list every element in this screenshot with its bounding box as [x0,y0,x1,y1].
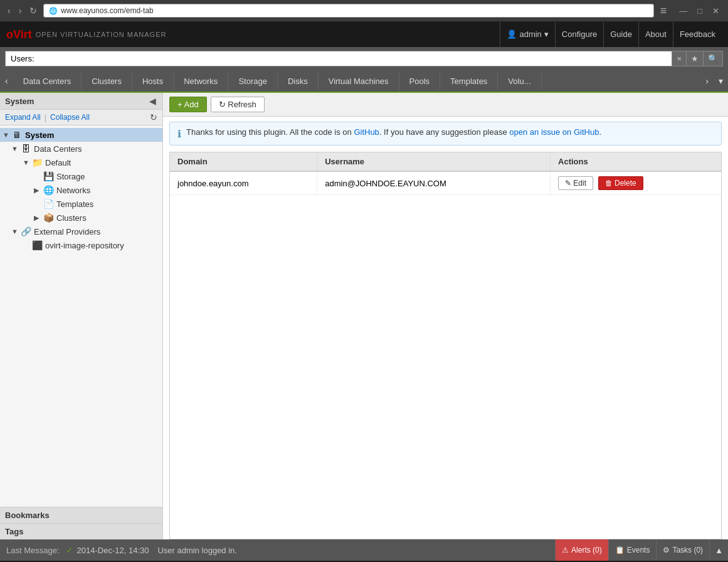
tab-hosts[interactable]: Hosts [132,72,174,90]
collapse-all-link[interactable]: Collapse All [50,113,90,122]
close-button[interactable]: ✕ [709,5,723,17]
expand-all-link[interactable]: Expand All [5,113,41,122]
status-message: User admin logged in. [157,546,549,555]
tab-bar: Data Centers Clusters Hosts Networks Sto… [13,72,701,90]
tab-scroll-down-button[interactable]: ▾ [714,70,728,92]
back-button[interactable]: ‹ [5,4,13,17]
guide-link[interactable]: Guide [603,22,638,47]
sidebar-refresh-button[interactable]: ↻ [150,112,157,122]
status-message-area: Last Message: ✓ 2014-Dec-12, 14:30 User … [0,539,555,561]
feedback-link[interactable]: Feedback [673,22,722,47]
sidebar: System ◀ Expand All | Collapse All ↻ ▼ 🖥… [0,93,163,539]
sidebar-item-templates[interactable]: 📄 Templates [0,197,162,211]
info-icon: ℹ [177,128,181,140]
open-issue-link[interactable]: open an issue on GitHub [509,127,599,137]
repository-icon: ⬛ [31,240,43,250]
refresh-button[interactable]: ↻ Refresh [211,97,265,112]
sidebar-item-external-providers[interactable]: ▼ 🔗 External Providers [0,225,162,238]
tab-virtual-machines[interactable]: Virtual Machines [319,72,399,90]
cell-username: admin@JOHNDOE.EAYUN.COM [317,171,551,195]
bookmarks-section: Bookmarks [0,507,162,523]
sidebar-header: System ◀ [0,93,162,110]
tab-storage[interactable]: Storage [228,72,278,90]
minimize-button[interactable]: — [675,5,691,17]
user-icon: 👤 [507,22,517,47]
tab-pools[interactable]: Pools [399,72,441,90]
tab-disks[interactable]: Disks [278,72,319,90]
data-table: Domain Username Actions johndoe.eayun.co… [170,152,721,195]
default-icon: 📁 [31,157,43,167]
tab-scroll-right-button[interactable]: › [700,70,714,92]
tags-header[interactable]: Tags [0,524,162,539]
sidebar-item-data-centers[interactable]: ▼ 🗄 Data Centers [0,142,162,156]
tree-arrow-icon: ▼ [11,228,20,235]
info-banner: ℹ Thanks for using this plugin. All the … [169,122,722,146]
tab-volumes[interactable]: Volu... [498,72,541,90]
about-link[interactable]: About [638,22,673,47]
status-expand-button[interactable]: ▲ [709,539,728,561]
search-clear-button[interactable]: × [672,51,687,66]
tab-data-centers[interactable]: Data Centers [13,72,82,90]
tab-networks[interactable]: Networks [174,72,228,90]
sidebar-item-label: Clusters [56,213,87,223]
edit-button[interactable]: ✎ Edit [558,176,593,190]
sidebar-item-label: Networks [56,186,90,195]
search-input[interactable] [5,51,672,66]
tab-clusters[interactable]: Clusters [82,72,132,90]
github-link[interactable]: GitHub [354,127,379,137]
sidebar-item-system[interactable]: ▼ 🖥 System [0,128,162,142]
templates-icon: 📄 [43,199,54,209]
tasks-button[interactable]: ⚙ Tasks (0) [656,539,709,561]
address-icon: 🌐 [49,7,58,15]
tab-templates[interactable]: Templates [440,72,498,90]
search-bookmark-button[interactable]: ★ [687,51,704,66]
info-text: Thanks for using this plugin. All the co… [186,127,601,137]
browser-menu-button[interactable]: ≡ [660,4,667,18]
tree-arrow-icon [23,241,31,249]
info-text-middle: . If you have any suggestion please [379,127,509,137]
address-text: www.eayunos.com/emd-tab [61,6,648,15]
bookmarks-header[interactable]: Bookmarks [0,507,162,523]
sidebar-item-clusters[interactable]: ▶ 📦 Clusters [0,211,162,225]
search-bar: × ★ 🔍 [0,47,728,70]
content-area: + Add ↻ Refresh ℹ Thanks for using this … [163,93,728,539]
column-actions: Actions [551,152,721,171]
events-button[interactable]: 📋 Events [608,539,657,561]
browser-chrome: ‹ › ↻ 🌐 www.eayunos.com/emd-tab ≡ — □ ✕ [0,0,728,22]
tags-section: Tags [0,523,162,539]
cell-domain: johndoe.eayun.com [170,171,317,195]
tab-scroll-left-button[interactable]: ‹ [0,70,13,92]
sidebar-item-label: Templates [56,199,93,209]
add-button[interactable]: + Add [169,97,207,112]
browser-nav-buttons: ‹ › ↻ [5,4,40,17]
tasks-icon: ⚙ [663,546,670,554]
reload-button[interactable]: ↻ [27,4,40,17]
tree-arrow-icon [34,172,43,180]
sidebar-item-default[interactable]: ▼ 📁 Default [0,156,162,169]
sidebar-collapse-button[interactable]: ◀ [148,96,157,106]
table-header-row: Domain Username Actions [170,152,721,171]
sidebar-item-networks[interactable]: ▶ 🌐 Networks [0,183,162,197]
delete-button[interactable]: 🗑 Delete [598,176,643,190]
column-username: Username [317,152,551,171]
forward-button[interactable]: › [16,4,24,17]
storage-icon: 💾 [43,171,54,181]
status-ok-icon: ✓ [66,545,73,555]
sidebar-item-label: System [25,130,54,140]
sidebar-item-storage[interactable]: 💾 Storage [0,169,162,183]
last-message-label: Last Message: [6,546,60,555]
tasks-label: Tasks (0) [672,546,703,554]
main-layout: System ◀ Expand All | Collapse All ↻ ▼ 🖥… [0,93,728,539]
events-icon: 📋 [615,546,625,554]
tree-arrow-icon: ▶ [34,214,43,222]
admin-button[interactable]: 👤 admin ▾ [500,22,554,47]
sidebar-item-label: Data Centers [34,144,82,154]
configure-link[interactable]: Configure [555,22,603,47]
search-go-button[interactable]: 🔍 [704,51,723,66]
alerts-button[interactable]: ⚠ Alerts (0) [555,539,608,561]
sidebar-item-ovirt-image-repository[interactable]: ⬛ ovirt-image-repository [0,238,162,252]
address-bar[interactable]: 🌐 www.eayunos.com/emd-tab [43,4,653,18]
maximize-button[interactable]: □ [694,5,706,17]
alert-icon: ⚠ [562,546,569,554]
info-text-before: Thanks for using this plugin. All the co… [186,127,354,137]
